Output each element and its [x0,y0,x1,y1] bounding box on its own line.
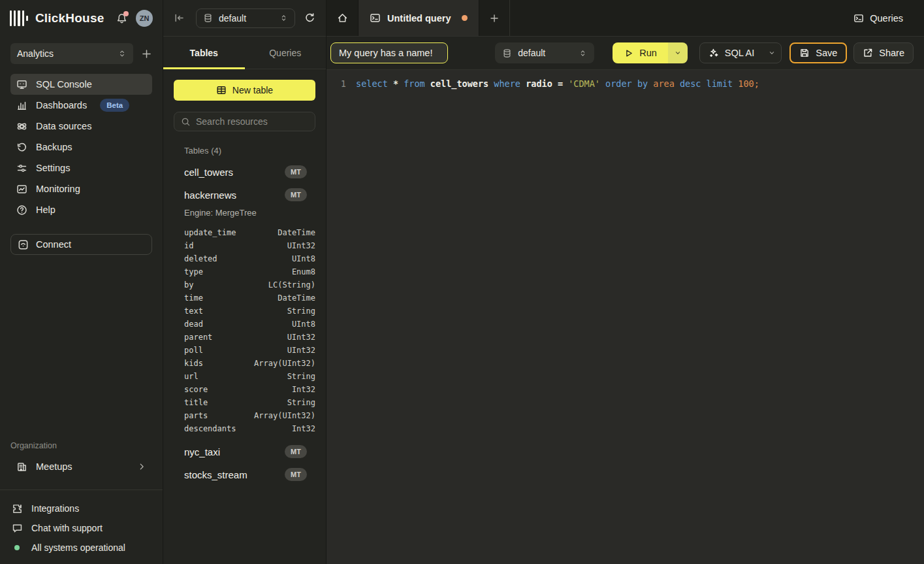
run-button-label: Run [639,48,657,58]
code-tokens: select * from cell_towers where radio = … [356,77,759,90]
workspace-select-value: Analytics [17,48,118,59]
query-tab-title: Untitled query [387,13,451,24]
code-token: 'CDMA' [568,78,605,89]
status-green-dot [14,545,20,550]
run-database-select[interactable]: default [495,42,594,63]
collapse-panel-icon[interactable] [174,12,185,24]
add-workspace-button[interactable] [141,48,152,59]
sidebar-item-label: Meetups [36,461,72,472]
sidebar-header: ClickHouse ZN [0,0,163,37]
column-type: UInt32 [287,346,315,355]
engine-badge: MT [285,165,307,178]
code-token: = [558,78,568,89]
notification-dot [123,11,129,16]
sidebar-item-backups[interactable]: Backups [10,137,152,158]
column-row: parentUInt32 [184,331,315,344]
column-name: by [184,280,193,290]
sidebar-nav: SQL Console Dashboards Beta Data sources [10,74,152,220]
sql-ai-button-label: SQL AI [725,48,754,58]
brand-name: ClickHouse [35,11,104,25]
integrations-link[interactable]: Integrations [10,499,152,518]
save-button[interactable]: Save [789,42,847,63]
code-token: limit [707,78,739,89]
chevron-down-icon [674,49,682,57]
table-row-hackernews[interactable]: hackernews MT [184,188,315,201]
column-type: UInt32 [287,333,315,342]
search-input[interactable] [196,116,308,127]
sidebar-footer: Integrations Chat with support All syste… [0,489,163,564]
column-type: Int32 [292,424,315,433]
sql-ai-options-button[interactable] [763,43,781,63]
column-type: String [287,372,315,381]
puzzle-icon [12,503,23,514]
footer-item-label: Integrations [31,503,79,514]
sparkles-icon [709,48,719,58]
monitoring-chart-icon [16,184,27,195]
terminal-icon [370,12,381,24]
database-select[interactable]: default [196,8,295,28]
sidebar-item-label: Monitoring [36,184,80,194]
beta-badge: Beta [100,99,129,112]
column-type: UInt32 [287,241,315,250]
connect-button-label: Connect [36,239,71,250]
column-row: deletedUInt8 [184,252,315,265]
column-name: parts [184,411,208,420]
engine-badge: MT [285,188,307,201]
connect-button[interactable]: Connect [10,234,152,255]
refresh-icon[interactable] [304,12,315,24]
sidebar-item-settings[interactable]: Settings [10,158,152,178]
chevron-updown-icon [579,49,587,58]
new-query-tab-button[interactable] [479,0,510,36]
tab-queries[interactable]: Queries [245,37,327,69]
connect-icon [18,239,29,250]
orbit-icon [16,121,27,132]
notifications-button[interactable] [116,13,127,24]
chevron-right-icon [137,462,146,471]
sidebar-item-help[interactable]: Help [10,199,152,220]
column-name: url [184,372,199,381]
column-name: score [184,385,208,394]
sidebar-item-meetups[interactable]: Meetups [10,456,152,477]
table-name: stocks_stream [184,469,247,480]
code-token: order [605,78,637,89]
column-row: titleString [184,396,315,409]
sidebar-item-monitoring[interactable]: Monitoring [10,178,152,199]
tab-tables[interactable]: Tables [163,37,245,69]
query-name-input[interactable] [330,42,448,63]
footer-item-label: All systems operational [31,542,125,553]
system-status-link[interactable]: All systems operational [10,538,152,557]
column-type: Int32 [292,385,315,394]
workspace-select[interactable]: Analytics [10,43,133,64]
table-row-nyc-taxi[interactable]: nyc_taxi MT [184,445,315,458]
table-row-stocks-stream[interactable]: stocks_stream MT [184,468,315,481]
query-tab-untitled[interactable]: Untitled query [358,0,479,36]
sql-ai-button[interactable]: SQL AI [700,43,763,63]
chat-support-link[interactable]: Chat with support [10,518,152,538]
column-name: title [184,398,208,407]
workspace-row: Analytics [10,43,152,64]
explorer-body: New table Tables (4) cell_towers MT hack… [163,69,326,564]
column-row: deadUInt8 [184,318,315,331]
new-table-button[interactable]: New table [174,80,315,101]
code-token: radio [526,78,558,89]
sql-editor[interactable]: 1 select * from cell_towers where radio … [327,70,924,564]
sidebar-item-label: Backups [36,142,72,152]
sidebar-item-data-sources[interactable]: Data sources [10,116,152,137]
sidebar-item-sql-console[interactable]: SQL Console [10,74,152,95]
help-circle-icon [16,205,27,216]
queries-button[interactable]: Queries [848,9,908,27]
share-button[interactable]: Share [853,42,914,63]
sidebar-item-dashboards[interactable]: Dashboards Beta [10,95,152,116]
avatar[interactable]: ZN [136,10,153,27]
table-row-cell-towers[interactable]: cell_towers MT [184,165,315,178]
column-row: idUInt32 [184,239,315,252]
sidebar: ClickHouse ZN Analytics [0,0,163,564]
run-database-select-value: default [518,48,573,58]
database-icon [502,48,512,58]
home-button[interactable] [327,0,358,36]
column-row: byLC(String) [184,278,315,291]
run-button[interactable]: Run [613,42,668,63]
run-options-button[interactable] [668,42,688,63]
sidebar-item-label: Settings [36,163,70,173]
code-token: area [653,78,680,89]
